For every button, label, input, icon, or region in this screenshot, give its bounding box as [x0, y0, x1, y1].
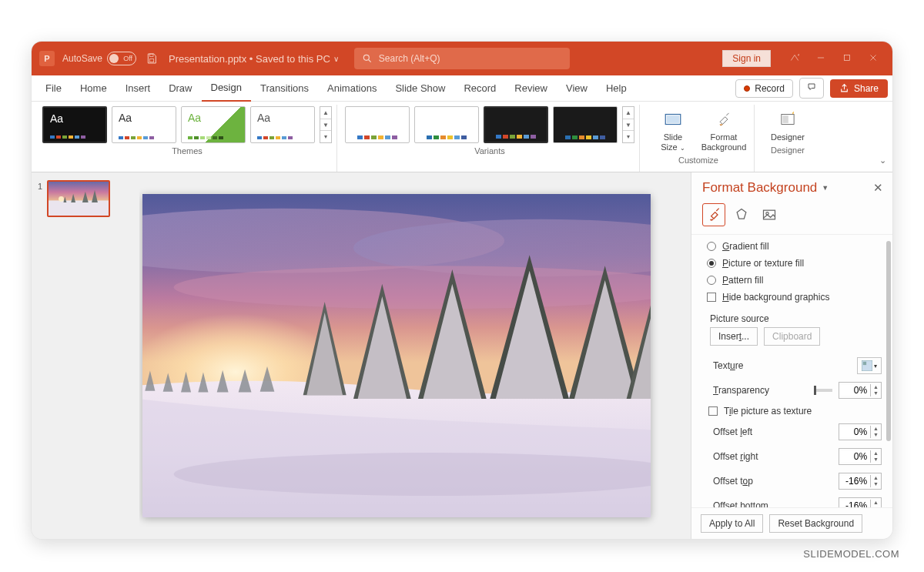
- customize-group: Slide Size ⌄ Format Background Customize: [643, 105, 755, 172]
- customize-label: Customize: [678, 156, 718, 165]
- comments-button[interactable]: [799, 78, 824, 99]
- document-title[interactable]: Presentation.pptx • Saved to this PC: [169, 53, 330, 65]
- theme-light-alt[interactable]: Aa: [250, 106, 315, 143]
- titlebar: P AutoSave Off Presentation.pptx • Saved…: [32, 42, 892, 75]
- tab-file[interactable]: File: [36, 75, 71, 102]
- tab-view[interactable]: View: [557, 75, 597, 102]
- clipboard-button[interactable]: Clipboard: [764, 327, 820, 346]
- watermark: SLIDEMODEL.COM: [803, 548, 899, 560]
- svg-rect-13: [49, 200, 109, 216]
- share-button[interactable]: Share: [830, 79, 888, 98]
- format-background-panel: Format Background ▼ ✕ Gradient fill Pict…: [691, 172, 892, 539]
- radio-picture-fill[interactable]: Picture or texture fill: [707, 255, 882, 272]
- tab-insert[interactable]: Insert: [116, 75, 160, 102]
- close-button[interactable]: [860, 52, 886, 65]
- variant-1[interactable]: [345, 106, 410, 143]
- reset-background-button[interactable]: Reset Background: [769, 514, 862, 533]
- svg-line-3: [369, 60, 371, 62]
- maximize-button[interactable]: [834, 52, 860, 65]
- tab-help[interactable]: Help: [597, 75, 636, 102]
- slide-canvas-area[interactable]: [139, 172, 691, 539]
- effects-icon[interactable]: [730, 203, 753, 226]
- autosave-toggle[interactable]: Off: [107, 52, 136, 65]
- fill-icon[interactable]: [702, 203, 725, 226]
- variant-3[interactable]: [484, 106, 548, 143]
- offset-right-stepper[interactable]: ▲▼: [839, 448, 882, 465]
- panel-menu-caret-icon[interactable]: ▼: [822, 184, 829, 192]
- texture-picker[interactable]: ▾: [857, 357, 882, 374]
- themes-scroller[interactable]: ▲▼▾: [320, 106, 332, 143]
- theme-office-light[interactable]: Aa: [112, 106, 176, 143]
- designer-label: Designer: [771, 146, 805, 155]
- workarea: 1: [32, 172, 892, 539]
- slide-canvas[interactable]: [142, 194, 651, 517]
- tab-home[interactable]: Home: [71, 75, 116, 102]
- variants-group: ▲▼▾ Variants: [340, 105, 640, 172]
- panel-footer: Apply to All Reset Background: [691, 507, 892, 539]
- offset-right-row: Offset right ▲▼: [707, 444, 882, 469]
- powerpoint-window: P AutoSave Off Presentation.pptx • Saved…: [31, 41, 893, 540]
- offset-bottom-stepper[interactable]: ▲▼: [839, 497, 882, 507]
- offset-top-stepper[interactable]: ▲▼: [839, 473, 882, 490]
- offset-left-stepper[interactable]: ▲▼: [839, 423, 882, 440]
- variant-4[interactable]: [553, 106, 618, 143]
- svg-marker-45: [737, 209, 746, 219]
- collapse-ribbon-icon[interactable]: ⌄: [872, 156, 886, 172]
- themes-label: Themes: [172, 146, 203, 156]
- tab-record[interactable]: Record: [454, 75, 505, 102]
- theme-green[interactable]: Aa: [181, 106, 246, 143]
- panel-title: Format Background: [702, 180, 817, 196]
- designer-button[interactable]: Designer: [762, 106, 813, 142]
- picture-icon[interactable]: [758, 203, 781, 226]
- title-chevron-icon[interactable]: ∨: [333, 55, 339, 63]
- search-icon: [362, 53, 373, 64]
- svg-rect-49: [863, 362, 866, 365]
- ribbon-display-icon[interactable]: [782, 52, 808, 65]
- record-dot-icon: [744, 85, 750, 92]
- offset-left-row: Offset left ▲▼: [707, 420, 882, 444]
- slide-size-button[interactable]: Slide Size ⌄: [648, 106, 698, 152]
- minimize-button[interactable]: [808, 52, 834, 65]
- svg-rect-1: [149, 59, 153, 62]
- panel-close-icon[interactable]: ✕: [873, 181, 883, 195]
- apply-all-button[interactable]: Apply to All: [701, 514, 763, 533]
- tab-draw[interactable]: Draw: [159, 75, 201, 102]
- svg-point-14: [59, 196, 64, 202]
- checkbox-hide-bg[interactable]: Hide background graphics: [707, 289, 882, 306]
- svg-rect-5: [845, 55, 850, 60]
- slide-thumbnails[interactable]: 1: [32, 172, 139, 539]
- record-button[interactable]: Record: [735, 79, 793, 98]
- tab-design[interactable]: Design: [202, 75, 251, 102]
- variants-scroller[interactable]: ▲▼▾: [622, 106, 634, 143]
- transparency-slider[interactable]: [814, 389, 832, 392]
- search-box[interactable]: Search (Alt+Q): [354, 48, 570, 69]
- offset-bottom-row: Offset bottom ▲▼: [707, 493, 882, 507]
- signin-button[interactable]: Sign in: [722, 50, 771, 67]
- tab-slideshow[interactable]: Slide Show: [386, 75, 454, 102]
- checkbox-tile[interactable]: Tile picture as texture: [708, 403, 882, 420]
- radio-pattern-fill[interactable]: Pattern fill: [707, 272, 882, 289]
- variants-label: Variants: [474, 146, 505, 156]
- slide-thumb-1[interactable]: 1: [38, 180, 133, 217]
- ribbon: Aa Aa Aa Aa ▲▼▾ Themes: [32, 102, 892, 172]
- theme-office-dark[interactable]: Aa: [42, 106, 107, 143]
- svg-rect-11: [783, 115, 788, 123]
- offset-top-row: Offset top ▲▼: [707, 469, 882, 493]
- panel-category-icons: [691, 199, 892, 234]
- svg-rect-12: [49, 182, 109, 202]
- slide-thumb-preview[interactable]: [47, 180, 110, 217]
- svg-point-2: [363, 55, 369, 60]
- save-icon[interactable]: [146, 52, 158, 65]
- radio-gradient-fill[interactable]: Gradient fill: [707, 238, 882, 255]
- panel-scrollbar[interactable]: [885, 235, 892, 507]
- autosave-label: AutoSave: [62, 53, 102, 64]
- insert-picture-button[interactable]: Insert...: [710, 327, 758, 346]
- format-background-button[interactable]: Format Background: [698, 106, 749, 152]
- tab-animations[interactable]: Animations: [318, 75, 386, 102]
- app-icon: P: [39, 51, 55, 66]
- tab-transitions[interactable]: Transitions: [251, 75, 318, 102]
- transparency-stepper[interactable]: ▲▼: [839, 382, 882, 399]
- variant-2[interactable]: [414, 106, 479, 143]
- designer-group: Designer Designer: [758, 105, 818, 172]
- tab-review[interactable]: Review: [505, 75, 557, 102]
